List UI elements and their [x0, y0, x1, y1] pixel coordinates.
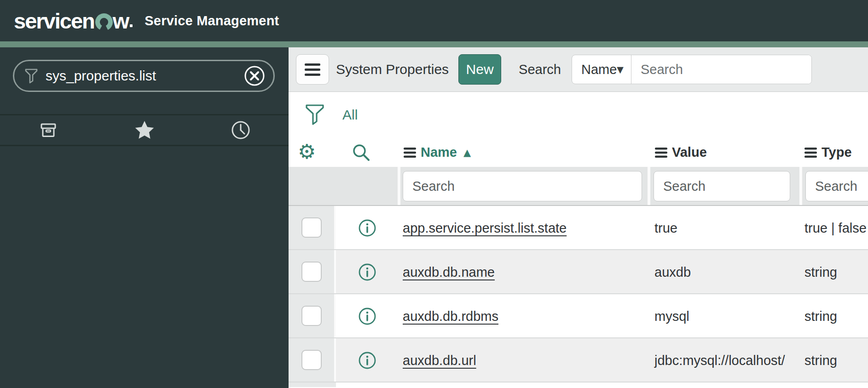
column-search-row [289, 167, 868, 206]
filter-condition-all[interactable]: All [342, 107, 358, 123]
value-cell: jdbc:mysql://localhost/ [654, 353, 785, 368]
new-button[interactable]: New [458, 54, 501, 85]
info-icon[interactable] [358, 307, 376, 325]
row-checkbox[interactable] [301, 350, 322, 370]
navigator-tabs [0, 114, 289, 146]
filter-breadcrumb-row: All [289, 92, 868, 138]
page-title: System Properties [336, 62, 449, 77]
list-search-combo: Name ▼ [572, 55, 812, 84]
table-row: auxdb.db.rdbms mysql string [289, 294, 868, 338]
value-column-search-input[interactable] [654, 171, 790, 201]
sort-ascending-icon: ▲ [463, 147, 471, 158]
column-separator [648, 167, 650, 205]
top-banner: servicen w Service Management [0, 0, 868, 41]
property-name-link[interactable]: auxdb.db.rdbms [403, 309, 498, 324]
hamburger-icon [305, 63, 320, 66]
logo-text-prefix: servicen [14, 8, 94, 34]
next-row-edge [289, 382, 868, 387]
chevron-down-icon: ▼ [617, 64, 624, 74]
type-cell: true | false [804, 221, 867, 236]
filter-funnel-icon [24, 68, 38, 84]
type-column-search-input[interactable] [805, 171, 868, 201]
column-header-value[interactable]: Value [655, 138, 707, 167]
list-search-input[interactable] [631, 55, 812, 84]
servicenow-app: servicen w Service Management [0, 0, 868, 388]
gear-icon[interactable]: ⚙ [298, 139, 316, 165]
property-name-link[interactable]: auxdb.db.name [403, 265, 495, 280]
clear-filter-icon[interactable] [244, 65, 265, 86]
table-row: app.service.persist.list.state true true… [289, 206, 868, 250]
tab-all-applications[interactable] [0, 120, 96, 140]
info-icon[interactable] [358, 263, 376, 281]
clock-icon [231, 120, 251, 140]
navigator-filter-input[interactable] [46, 68, 244, 84]
property-name-link[interactable]: app.service.persist.list.state [403, 221, 567, 236]
row-checkbox[interactable] [301, 262, 322, 282]
table-row: auxdb.db.url jdbc:mysql://localhost/ str… [289, 338, 868, 382]
type-cell: string [804, 309, 837, 324]
tab-history[interactable] [192, 120, 289, 140]
search-field-selected: Name [581, 62, 617, 77]
type-cell: string [804, 265, 837, 280]
name-column-search-input[interactable] [403, 171, 642, 201]
table-row: auxdb.db.name auxdb string [289, 250, 868, 294]
column-menu-icon [655, 148, 667, 158]
info-icon[interactable] [358, 219, 376, 237]
product-name: Service Management [145, 13, 279, 29]
column-header-row: ⚙ Name ▲ [289, 138, 868, 167]
brand-accent-strip [0, 41, 868, 47]
logo-o-ring-icon [95, 13, 113, 31]
list-context-menu-button[interactable] [296, 54, 329, 85]
value-cell: mysql [654, 309, 689, 324]
logo-text-suffix: w [113, 8, 129, 34]
search-label: Search [519, 62, 561, 77]
type-cell: string [804, 353, 837, 368]
list-search-icon[interactable] [352, 143, 371, 162]
column-separator [398, 167, 400, 205]
list-filter-funnel-icon[interactable] [305, 103, 324, 126]
column-menu-icon [804, 148, 817, 158]
navigator-filter-field[interactable] [13, 60, 275, 92]
row-checkbox[interactable] [301, 217, 322, 238]
servicenow-logo: servicen w [14, 8, 133, 34]
checkbox-column [289, 382, 336, 387]
application-navigator-sidebar [0, 47, 289, 388]
value-cell: true [654, 221, 677, 236]
info-icon[interactable] [358, 351, 376, 370]
value-cell: auxdb [654, 265, 691, 280]
property-name-link[interactable]: auxdb.db.url [403, 353, 476, 368]
archive-icon [39, 120, 58, 140]
column-header-name[interactable]: Name ▲ [404, 138, 471, 167]
list-title-bar: System Properties New Search Name ▼ [289, 47, 868, 92]
star-icon [134, 120, 155, 140]
tab-favorites[interactable] [96, 120, 192, 140]
column-menu-icon [404, 148, 416, 158]
trademark-mark [130, 24, 133, 27]
column-header-type[interactable]: Type [804, 138, 852, 167]
list-view: System Properties New Search Name ▼ All [289, 47, 868, 388]
search-field-select[interactable]: Name ▼ [572, 55, 631, 84]
row-checkbox[interactable] [301, 306, 322, 326]
column-separator [799, 167, 802, 205]
